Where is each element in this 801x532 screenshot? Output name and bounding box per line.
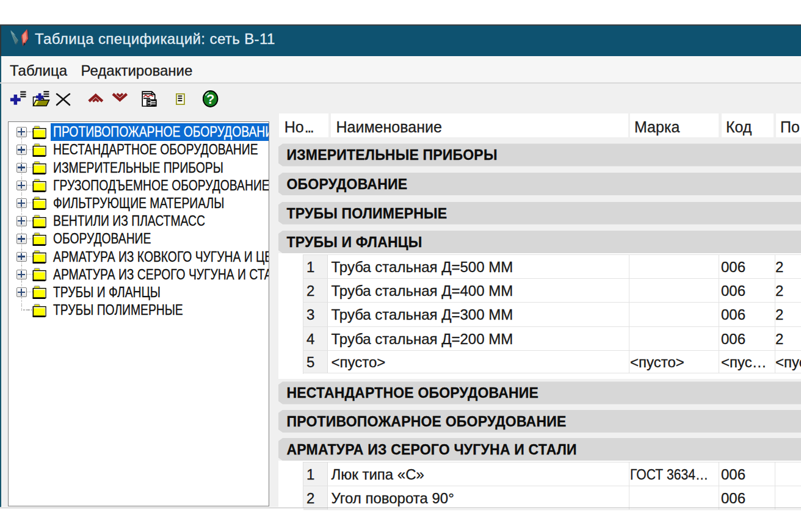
svg-text:?: ? bbox=[206, 92, 214, 107]
